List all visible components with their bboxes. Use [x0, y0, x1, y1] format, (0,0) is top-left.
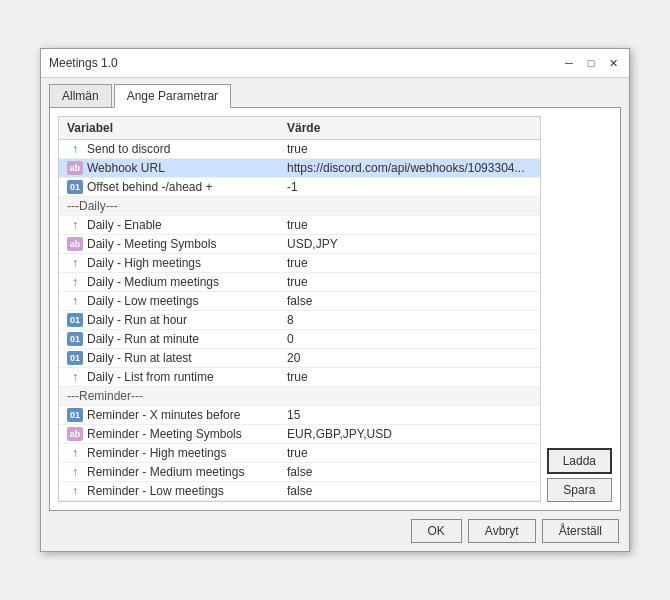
arrow-icon: ↑: [67, 370, 83, 384]
avbryt-button[interactable]: Avbryt: [468, 519, 536, 543]
row-name: ↑Daily - Enable: [59, 216, 279, 234]
table-row[interactable]: 01Daily - Run at minute0: [59, 330, 540, 349]
row-name: abWebhook URL: [59, 159, 279, 177]
row-variable-name: Daily - Run at minute: [87, 332, 199, 346]
row-value: USD,JPY: [279, 235, 540, 253]
tab-ange-parametrar[interactable]: Ange Parametrar: [114, 84, 231, 108]
close-button[interactable]: ✕: [605, 55, 621, 71]
row-value: true: [279, 254, 540, 272]
table-row[interactable]: ↑Daily - High meetingstrue: [59, 254, 540, 273]
arrow-icon: ↑: [67, 275, 83, 289]
table-row[interactable]: ↑Daily - Medium meetingstrue: [59, 273, 540, 292]
row-name: ↑Reminder - Low meetings: [59, 482, 279, 500]
ladda-button[interactable]: Ladda: [547, 448, 612, 474]
row-value: true: [279, 273, 540, 291]
row-name: 01Daily - Run at hour: [59, 311, 279, 329]
title-bar-controls: ─ □ ✕: [561, 55, 621, 71]
row-name: 01Daily - Run at latest: [59, 349, 279, 367]
table-row[interactable]: abDaily - Meeting SymbolsUSD,JPY: [59, 235, 540, 254]
table-row[interactable]: 01Daily - Run at latest20: [59, 349, 540, 368]
tab-bar: Allmän Ange Parametrar: [41, 78, 629, 107]
row-variable-name: Reminder - Meeting Symbols: [87, 427, 242, 441]
table-row[interactable]: ↑Daily - Enabletrue: [59, 216, 540, 235]
row-name: abReminder - Meeting Symbols: [59, 425, 279, 443]
row-name: ↑Daily - High meetings: [59, 254, 279, 272]
arrow-icon: ↑: [67, 446, 83, 460]
row-value: true: [279, 368, 540, 386]
table-row[interactable]: abReminder - Meeting SymbolsEUR,GBP,JPY,…: [59, 425, 540, 444]
table-header: Variabel Värde: [59, 117, 540, 140]
table-body: ↑Send to discordtrueabWebhook URLhttps:/…: [59, 140, 540, 501]
row-value: 20: [279, 349, 540, 367]
row-name: ↑Send to discord: [59, 140, 279, 158]
numeric-icon: 01: [67, 351, 83, 365]
aterstall-button[interactable]: Återställ: [542, 519, 619, 543]
row-name: 01Daily - Run at minute: [59, 330, 279, 348]
separator-label: ---Reminder---: [59, 387, 540, 405]
ab-icon: ab: [67, 427, 83, 441]
table-row[interactable]: ↑Reminder - Low meetingsfalse: [59, 482, 540, 501]
numeric-icon: 01: [67, 332, 83, 346]
ok-button[interactable]: OK: [411, 519, 462, 543]
numeric-icon: 01: [67, 408, 83, 422]
table-row[interactable]: abWebhook URLhttps://discord.com/api/web…: [59, 159, 540, 178]
arrow-icon: ↑: [67, 484, 83, 498]
row-name: 01Reminder - X minutes before: [59, 406, 279, 424]
separator-label: ---Daily---: [59, 197, 540, 215]
row-value: -1: [279, 178, 540, 196]
row-value: 15: [279, 406, 540, 424]
row-value: false: [279, 482, 540, 500]
row-variable-name: Reminder - X minutes before: [87, 408, 240, 422]
arrow-icon: ↑: [67, 294, 83, 308]
row-variable-name: Daily - High meetings: [87, 256, 201, 270]
table-row[interactable]: ↑Daily - Low meetingsfalse: [59, 292, 540, 311]
numeric-icon: 01: [67, 180, 83, 194]
tab-allman[interactable]: Allmän: [49, 84, 112, 107]
row-value: true: [279, 140, 540, 158]
main-window: Meetings 1.0 ─ □ ✕ Allmän Ange Parametra…: [40, 48, 630, 552]
table-row[interactable]: ↑Send to discordtrue: [59, 140, 540, 159]
row-value: true: [279, 216, 540, 234]
table-row[interactable]: 01Reminder - X minutes before15: [59, 406, 540, 425]
maximize-button[interactable]: □: [583, 55, 599, 71]
row-variable-name: Reminder - High meetings: [87, 446, 226, 460]
row-variable-name: Daily - Medium meetings: [87, 275, 219, 289]
row-name: ↑Reminder - Medium meetings: [59, 463, 279, 481]
table-row[interactable]: 01Daily - Run at hour8: [59, 311, 540, 330]
ab-icon: ab: [67, 237, 83, 251]
minimize-button[interactable]: ─: [561, 55, 577, 71]
row-variable-name: Daily - Run at latest: [87, 351, 192, 365]
row-variable-name: Daily - List from runtime: [87, 370, 214, 384]
row-name: ↑Daily - List from runtime: [59, 368, 279, 386]
row-value: EUR,GBP,JPY,USD: [279, 425, 540, 443]
arrow-icon: ↑: [67, 256, 83, 270]
table-row[interactable]: ---Reminder---: [59, 387, 540, 406]
table-row[interactable]: ↑Reminder - Medium meetingsfalse: [59, 463, 540, 482]
row-value: true: [279, 444, 540, 462]
row-name: abDaily - Meeting Symbols: [59, 235, 279, 253]
row-value: 0: [279, 330, 540, 348]
row-variable-name: Daily - Enable: [87, 218, 162, 232]
table-row[interactable]: 01Offset behind -/ahead +-1: [59, 178, 540, 197]
ab-icon: ab: [67, 161, 83, 175]
row-variable-name: Reminder - Low meetings: [87, 484, 224, 498]
row-value: 8: [279, 311, 540, 329]
table-row[interactable]: ↑Reminder - High meetingstrue: [59, 444, 540, 463]
content-area: Variabel Värde ↑Send to discordtrueabWeb…: [49, 107, 621, 511]
row-value: false: [279, 292, 540, 310]
arrow-icon: ↑: [67, 465, 83, 479]
row-variable-name: Offset behind -/ahead +: [87, 180, 213, 194]
row-name: ↑Daily - Medium meetings: [59, 273, 279, 291]
col-header-varde: Värde: [279, 117, 540, 139]
table-row[interactable]: ---Daily---: [59, 197, 540, 216]
row-name: ↑Reminder - High meetings: [59, 444, 279, 462]
row-variable-name: Daily - Low meetings: [87, 294, 198, 308]
row-value: https://discord.com/api/webhooks/1093304…: [279, 159, 540, 177]
row-value: false: [279, 463, 540, 481]
row-name: 01Offset behind -/ahead +: [59, 178, 279, 196]
table-row[interactable]: ↑Daily - List from runtimetrue: [59, 368, 540, 387]
parameters-table: Variabel Värde ↑Send to discordtrueabWeb…: [58, 116, 541, 502]
spara-button[interactable]: Spara: [547, 478, 612, 502]
footer: OK Avbryt Återställ: [41, 511, 629, 551]
row-variable-name: Webhook URL: [87, 161, 165, 175]
